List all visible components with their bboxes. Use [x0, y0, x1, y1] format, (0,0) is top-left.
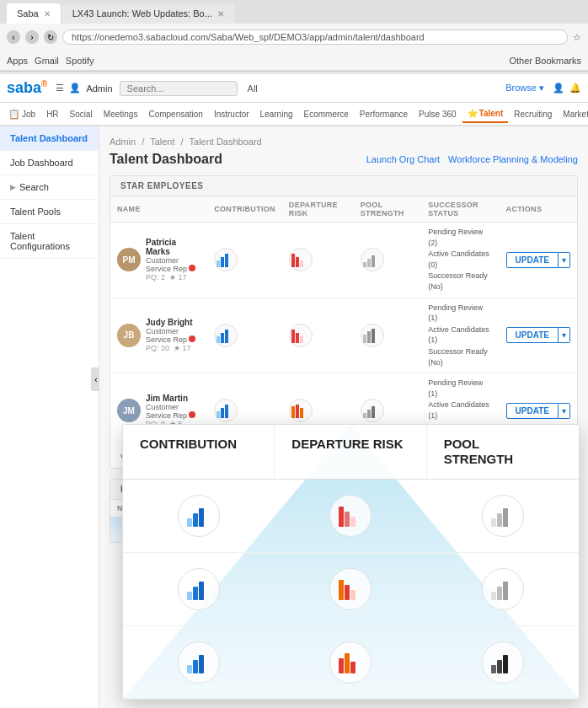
- notifications-icon[interactable]: 🔔: [569, 83, 581, 94]
- employee-title-3: Customer Service Rep: [146, 403, 200, 420]
- col-departure-risk: DEPARTURE RISK: [282, 196, 354, 223]
- actions-cell: UPDATE ▾: [500, 223, 577, 298]
- pool-chart-2: [361, 324, 384, 347]
- url-input[interactable]: https://onedemo3.sabacloud.com/Saba/Web_…: [62, 30, 568, 45]
- module-recruiting[interactable]: Recruiting: [509, 106, 557, 122]
- close-icon[interactable]: ✕: [44, 9, 51, 19]
- svg-rect-53: [497, 660, 502, 673]
- employee-details-3: Jim Martin Customer Service Rep PQ: 0 ★ …: [146, 394, 200, 428]
- update-dropdown-button[interactable]: ▾: [559, 252, 570, 268]
- module-instructor[interactable]: Instructor: [209, 106, 254, 122]
- overlay-row1-contribution[interactable]: [123, 480, 275, 552]
- breadcrumb-talent[interactable]: Talent: [150, 137, 174, 147]
- browser-tab-2[interactable]: LX43 Launch: Web Updates: Bo... ✕: [62, 3, 234, 24]
- pool-strength-cell-2[interactable]: [354, 298, 421, 373]
- all-label[interactable]: All: [248, 83, 258, 94]
- breadcrumb-talent-dashboard[interactable]: Talent Dashboard: [190, 137, 262, 147]
- workforce-planning-link[interactable]: Workforce Planning & Modeling: [448, 154, 578, 164]
- departure-circle-3: [329, 641, 372, 684]
- bookmark-star[interactable]: ☆: [573, 32, 581, 43]
- svg-rect-25: [367, 410, 371, 418]
- svg-rect-39: [199, 582, 204, 600]
- svg-rect-38: [193, 587, 198, 600]
- svg-rect-42: [350, 590, 355, 600]
- overlay-row1-pool[interactable]: [427, 480, 579, 552]
- user-avatar-icon[interactable]: 👤: [553, 83, 564, 94]
- module-compensation[interactable]: Compensation: [143, 106, 207, 122]
- module-social[interactable]: Social: [65, 106, 98, 122]
- svg-rect-21: [291, 406, 295, 418]
- user-label: Admin: [86, 83, 112, 94]
- hamburger-icon[interactable]: ☰: [56, 83, 64, 94]
- col-successor-status: SUCCESSOR STATUS: [421, 196, 499, 223]
- successor-status-cell: Pending Review (2) Active Candidates (0)…: [421, 223, 499, 298]
- sidebar-item-talent-dashboard[interactable]: Talent Dashboard: [0, 126, 99, 151]
- sidebar: Talent Dashboard Job Dashboard ▶ Search …: [0, 126, 99, 708]
- contribution-cell-2[interactable]: [207, 298, 282, 373]
- employee-title: Customer Service Rep: [146, 256, 200, 273]
- contribution-circle-1: [178, 495, 220, 537]
- module-marketplace[interactable]: Marketplace: [558, 106, 588, 122]
- module-meetings[interactable]: Meetings: [99, 106, 143, 122]
- svg-rect-5: [300, 260, 303, 267]
- star-employees-header: STAR EMPLOYEES: [110, 176, 577, 196]
- overlay-row1-departure[interactable]: [275, 480, 426, 552]
- bookmark-apps[interactable]: Apps: [7, 56, 28, 66]
- overlay-row2-pool[interactable]: [427, 553, 579, 625]
- svg-rect-30: [199, 508, 204, 527]
- module-ecommerce[interactable]: Ecommerce: [299, 106, 354, 122]
- svg-rect-37: [187, 592, 192, 600]
- browser-tab-1[interactable]: Saba ✕: [7, 3, 61, 24]
- overlay-row2-contribution[interactable]: [123, 553, 275, 625]
- alert-indicator: [189, 265, 195, 271]
- svg-rect-35: [497, 513, 502, 527]
- module-hr[interactable]: HR: [41, 106, 63, 122]
- search-input[interactable]: [120, 81, 238, 96]
- col-name: NAME: [110, 196, 207, 223]
- browse-link[interactable]: Browse ▾: [505, 83, 544, 94]
- update-button-3[interactable]: UPDATE: [506, 403, 559, 419]
- module-job[interactable]: 📋 Job: [3, 105, 40, 123]
- svg-rect-34: [491, 518, 496, 527]
- svg-rect-49: [339, 658, 344, 673]
- update-button[interactable]: UPDATE: [506, 252, 559, 268]
- sidebar-item-search[interactable]: ▶ Search: [0, 175, 99, 200]
- svg-rect-15: [363, 335, 366, 343]
- module-talent[interactable]: ⭐ Talent: [462, 105, 509, 123]
- pool-circle-2: [482, 568, 524, 610]
- overlay-row3-pool[interactable]: [427, 626, 579, 699]
- overlay-row3-departure[interactable]: [275, 626, 426, 699]
- launch-org-chart-link[interactable]: Launch Org Chart: [366, 154, 440, 164]
- departure-risk-cell-2[interactable]: [282, 298, 354, 373]
- sidebar-item-talent-pools[interactable]: Talent Pools: [0, 200, 99, 224]
- module-performance[interactable]: Performance: [355, 106, 413, 122]
- overlay-row2-departure[interactable]: [275, 553, 426, 625]
- browser-tabs: Saba ✕ LX43 Launch: Web Updates: Bo... ✕: [0, 0, 588, 24]
- update-dropdown-button-3[interactable]: ▾: [559, 403, 570, 419]
- bookmark-gmail[interactable]: Gmail: [35, 56, 59, 66]
- back-button[interactable]: ‹: [7, 30, 20, 44]
- sidebar-item-job-dashboard[interactable]: Job Dashboard: [0, 151, 99, 175]
- pool-chart-3: [361, 399, 384, 422]
- module-learning[interactable]: Learning: [255, 106, 298, 122]
- update-dropdown-button-2[interactable]: ▾: [559, 327, 570, 343]
- update-button-2[interactable]: UPDATE: [506, 327, 559, 343]
- employee-meta-2: PQ: 20 ★ 17: [146, 344, 200, 352]
- refresh-button[interactable]: ↻: [44, 30, 57, 44]
- overlay-data-row-3: [123, 626, 579, 699]
- forward-button[interactable]: ›: [25, 30, 39, 44]
- sidebar-item-talent-configs[interactable]: Talent Configurations: [0, 224, 99, 259]
- overlay-col-departure: DEPARTURE RISK: [275, 425, 426, 479]
- departure-risk-cell[interactable]: [282, 223, 354, 298]
- breadcrumb-admin[interactable]: Admin: [110, 137, 136, 147]
- overlay-row3-contribution[interactable]: [123, 626, 275, 699]
- close-icon-2[interactable]: ✕: [217, 9, 224, 19]
- contribution-cell[interactable]: [207, 223, 282, 298]
- svg-rect-36: [503, 508, 508, 527]
- module-pulse360[interactable]: Pulse 360: [414, 106, 461, 122]
- pool-strength-cell[interactable]: [354, 223, 421, 298]
- other-bookmarks[interactable]: Other Bookmarks: [509, 56, 581, 66]
- employee-info: PM Patricia Marks Customer Service Rep P…: [117, 238, 200, 282]
- bookmark-spotify[interactable]: Spotify: [66, 56, 94, 66]
- contribution-chart: [214, 248, 238, 271]
